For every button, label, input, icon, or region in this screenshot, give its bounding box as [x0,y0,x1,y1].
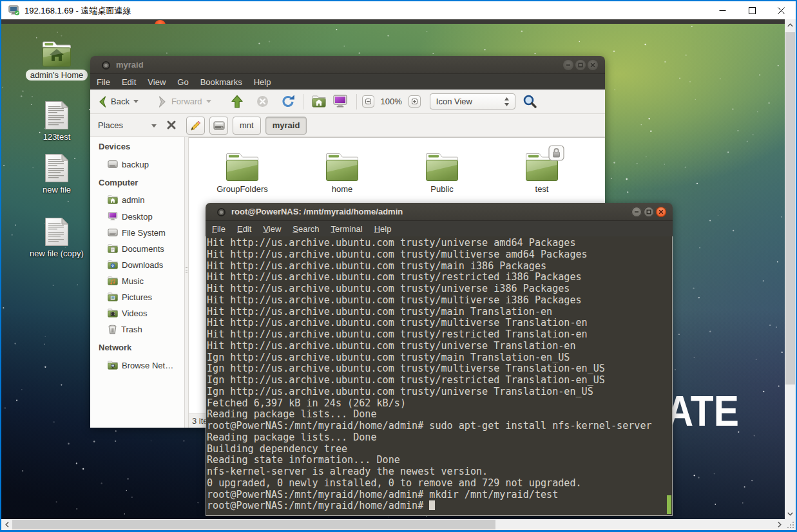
terminal-menu-search[interactable]: Search [287,222,325,236]
terminal-scrollbar-thumb[interactable] [667,495,671,514]
terminal-menu-edit[interactable]: Edit [231,222,257,236]
sidebar-item-pictures[interactable]: Pictures [90,289,185,305]
close-button[interactable] [766,1,796,19]
sidebar-item-videos[interactable]: Videos [90,305,185,321]
sidebar-item-file-system[interactable]: File System [90,225,185,240]
reload-button[interactable] [278,94,298,109]
terminal-line: root@PowerNAS:/mnt/myraid/home/admin# su… [207,421,672,432]
close-icon [778,7,785,14]
fm-menu-file[interactable]: File [91,75,116,89]
remote-top-panel [1,19,785,24]
rdp-app-icon[interactable] [8,5,20,16]
combo-arrows-icon [504,97,510,107]
terminal-menu-terminal[interactable]: Terminal [325,222,369,236]
zoom-out-button[interactable] [362,95,374,108]
desktop-icon-new-file[interactable]: new file [18,153,95,195]
places-caret-icon[interactable] [151,124,157,128]
trash-icon [108,325,117,334]
folder-documents-icon [108,244,118,253]
back-button[interactable]: Back [94,94,146,109]
zoom-in-icon [412,99,418,104]
terminal-menu-view[interactable]: View [257,222,287,236]
maximize-button[interactable] [737,1,767,19]
desktop-icon-admins-home[interactable]: admin's Home [18,41,95,81]
terminal-menu-file[interactable]: File [206,222,231,236]
scroll-up-button[interactable] [785,19,796,30]
terminal-line: Hit http://us.archive.ubuntu.com trusty/… [207,318,672,329]
fm-window-menu-icon[interactable] [102,61,110,70]
folder-home[interactable]: home [307,152,378,194]
scroll-right-button[interactable] [774,519,785,530]
sidebar-item-label: Browse Net… [122,361,173,370]
horizontal-scroll-thumb[interactable] [12,520,495,529]
text-file-icon [44,100,69,130]
rdp-horizontal-scrollbar[interactable] [1,519,785,530]
fm-pathbar: Places [90,114,605,137]
sidebar-header-network: Network [90,339,185,355]
sidebar-item-backup[interactable]: backup [90,157,185,172]
terminal-menu-help[interactable]: Help [369,222,398,236]
fm-menu-edit[interactable]: Edit [116,75,142,89]
back-chevron-icon [97,95,107,108]
computer-button[interactable] [329,93,351,109]
fm-menu-help[interactable]: Help [248,75,277,89]
fm-menu-go[interactable]: Go [171,75,194,89]
sidebar-item-label: Videos [122,309,148,318]
terminal-window-menu-icon[interactable] [217,208,226,216]
sidebar-item-documents[interactable]: Documents [90,241,185,256]
path-segment-mnt[interactable]: mnt [233,117,261,135]
scroll-down-button[interactable] [785,508,796,519]
rdp-window-title: 192.168.1.69 - 遠端桌面連線 [24,5,131,17]
terminal-line: Ign http://us.archive.ubuntu.com trusty/… [207,375,672,386]
drive-icon [108,159,118,169]
fm-maximize-button[interactable] [575,60,586,70]
terminal-screen[interactable]: Hit http://us.archive.ubuntu.com trusty/… [206,236,673,516]
rdp-titlebar[interactable]: 192.168.1.69 - 遠端桌面連線 [1,1,796,19]
terminal-close-button[interactable] [656,207,666,217]
rdp-vertical-scrollbar[interactable] [785,19,796,519]
stop-button[interactable] [253,94,272,109]
resize-grip[interactable] [785,519,796,530]
sidebar-item-label: File System [122,228,166,238]
sidebar-item-downloads[interactable]: Downloads [90,257,185,272]
forward-button[interactable]: Forward [155,94,218,109]
desktop-icon-new-file-copy[interactable]: new file (copy) [18,217,95,259]
terminal-maximize-button[interactable] [644,207,654,217]
folder-test[interactable]: test [506,152,577,194]
sidebar-item-trash[interactable]: Trash [90,321,185,337]
view-mode-select[interactable]: Icon View [430,93,515,109]
sidebar-item-music[interactable]: Music [90,273,185,289]
sidebar-item-browse-network[interactable]: Browse Net… [90,357,185,373]
desktop-icon-123test[interactable]: 123test [18,100,95,142]
forward-label: Forward [171,97,202,106]
close-icon [590,62,595,68]
folder-public[interactable]: Public [407,152,477,194]
fm-titlebar[interactable]: myraid [90,56,605,74]
fm-window-title: myraid [116,60,144,70]
fm-minimize-button[interactable] [563,60,573,70]
path-segment-myraid[interactable]: myraid [265,117,307,135]
path-root-drive-button[interactable] [209,117,228,135]
edit-location-button[interactable] [186,117,205,135]
minimize-button[interactable] [707,1,737,19]
sidebar-close-icon[interactable] [166,120,177,130]
fm-menu-view[interactable]: View [142,75,171,89]
folder-groupfolders[interactable]: GroupFolders [207,152,278,194]
search-button[interactable] [519,93,541,110]
places-label[interactable]: Places [98,120,123,130]
terminal-minimize-button[interactable] [631,207,642,217]
home-button[interactable] [309,94,329,109]
fm-menu-bookmarks[interactable]: Bookmarks [195,75,248,89]
ubuntu-logo-icon [155,20,166,24]
up-button[interactable] [227,93,247,110]
drive-icon [213,120,225,131]
fm-close-button[interactable] [588,60,598,70]
sidebar-item-admin[interactable]: admin [90,192,185,207]
zoom-in-button[interactable] [408,95,421,108]
home-folder-icon [42,41,72,68]
scroll-left-button[interactable] [1,519,12,530]
terminal-line: Hit http://us.archive.ubuntu.com trusty/… [207,283,672,295]
terminal-titlebar[interactable]: root@PowerNAS: /mnt/myraid/home/admin [206,203,673,221]
sidebar-item-desktop[interactable]: Desktop [90,209,185,224]
vertical-scroll-thumb[interactable] [785,32,795,385]
